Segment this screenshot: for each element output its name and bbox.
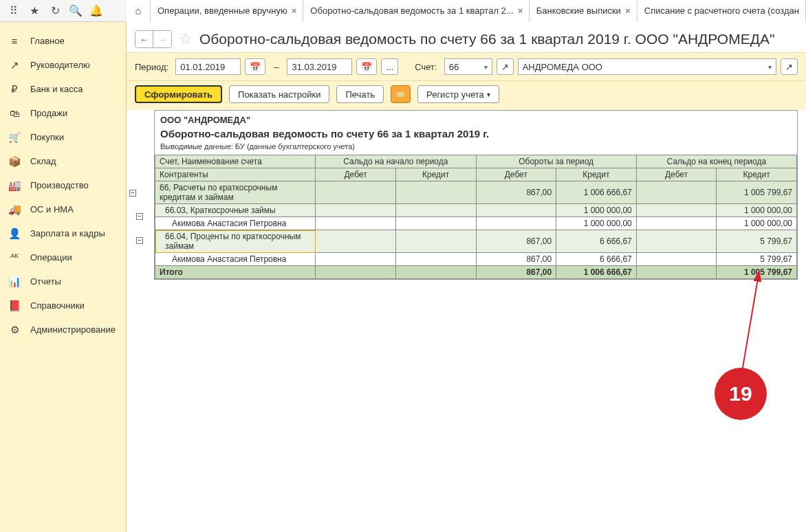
- cell-value: 5 799,67: [717, 230, 797, 253]
- table-row[interactable]: Акимова Анастасия Петровна1 000 000,001 …: [155, 217, 797, 230]
- cell-value: 867,00: [476, 230, 556, 253]
- apps-icon[interactable]: ⠿: [4, 1, 23, 21]
- close-icon[interactable]: ×: [292, 5, 297, 16]
- tab[interactable]: Банковские выписки×: [529, 0, 638, 22]
- sidebar-label: Производство: [30, 180, 89, 190]
- cell-name: 66.04, Проценты по краткосрочным займам: [155, 230, 316, 253]
- cell-name: 66.03, Краткосрочные займы: [155, 204, 316, 217]
- table-row[interactable]: 66.04, Проценты по краткосрочным займам8…: [155, 230, 797, 253]
- bell-icon[interactable]: 🔔: [87, 1, 106, 21]
- generate-button[interactable]: Сформировать: [135, 85, 222, 103]
- sidebar-icon: ᴬᴷ: [8, 252, 21, 264]
- sidebar-item[interactable]: ≡Главное: [0, 29, 126, 53]
- tab-label: Списание с расчетного счета (создан: [644, 5, 799, 16]
- table-row[interactable]: 66.03, Краткосрочные займы1 000 000,001 …: [155, 204, 797, 217]
- action-bar: Сформировать Показать настройки Печать ✉…: [127, 81, 806, 110]
- register-button[interactable]: Регистр учета▾: [417, 85, 499, 103]
- cell-value: [316, 253, 396, 266]
- sidebar-label: Главное: [30, 36, 65, 46]
- tabs: ⌂Операции, введенные вручную×Оборотно-са…: [127, 0, 806, 22]
- sidebar-label: Зарплата и кадры: [30, 228, 105, 239]
- tree-toggle[interactable]: −: [136, 237, 143, 244]
- cell-value: [395, 181, 476, 204]
- period-to-input[interactable]: 31.03.2019: [287, 58, 352, 75]
- sidebar-item[interactable]: 📕Справочники: [0, 293, 126, 318]
- cell-value: 1 000 000,00: [556, 217, 637, 230]
- sidebar-label: Администрирование: [30, 324, 116, 335]
- tab-label: Оборотно-сальдовая ведомость за 1 кварта…: [310, 5, 513, 16]
- sidebar-item[interactable]: 📊Отчеты: [0, 269, 126, 293]
- show-settings-button[interactable]: Показать настройки: [229, 85, 329, 103]
- period-to-calendar-button[interactable]: 📅: [356, 58, 377, 75]
- tab[interactable]: Списание с расчетного счета (создан: [637, 0, 806, 22]
- sidebar-item[interactable]: ₽Банк и касса: [0, 77, 126, 101]
- favorite-star-icon[interactable]: ☆: [179, 30, 193, 48]
- cell-value: [316, 181, 396, 204]
- cell-value: 1 006 666,67: [556, 181, 637, 204]
- org-input[interactable]: АНДРОМЕДА ООО ▾: [518, 58, 776, 75]
- nav-forward-button[interactable]: →: [153, 31, 171, 47]
- page-header: ← → ☆ Оборотно-сальдовая ведомость по сч…: [127, 22, 806, 52]
- content: ← → ☆ Оборотно-сальдовая ведомость по сч…: [127, 22, 806, 532]
- home-icon: ⌂: [135, 5, 141, 16]
- cell-value: 1 005 799,67: [717, 181, 797, 204]
- table-row[interactable]: 66, Расчеты по краткосрочным кредитам и …: [155, 181, 797, 204]
- period-from-input[interactable]: 01.01.2019: [175, 58, 241, 75]
- sidebar-icon: 🚚: [8, 203, 21, 216]
- sidebar-item[interactable]: 🛒Покупки: [0, 125, 126, 149]
- tab[interactable]: Оборотно-сальдовая ведомость за 1 кварта…: [303, 0, 529, 22]
- chevron-down-icon: ▾: [484, 63, 488, 71]
- cell-value: [395, 204, 476, 217]
- sidebar-item[interactable]: 🛍Продажи: [0, 101, 126, 125]
- cell-value: 6 666,67: [556, 230, 637, 253]
- sidebar-icon: 📦: [8, 155, 21, 168]
- sidebar-icon: 🏭: [8, 179, 21, 192]
- tab-label: Банковские выписки: [536, 5, 621, 16]
- cell-name: Итого: [155, 266, 316, 279]
- sidebar-item[interactable]: ⚙Администрирование: [0, 318, 126, 342]
- sidebar-item[interactable]: ↗Руководителю: [0, 53, 126, 77]
- cell-value: 1 000 000,00: [556, 204, 637, 217]
- annotation-badge: 19: [715, 368, 767, 420]
- account-input[interactable]: 66 ▾: [444, 58, 492, 75]
- sidebar-label: Покупки: [30, 132, 64, 142]
- sidebar-item[interactable]: 🚚ОС и НМА: [0, 197, 126, 221]
- sidebar-item[interactable]: 📦Склад: [0, 149, 126, 173]
- chevron-down-icon: ▾: [487, 91, 490, 98]
- account-open-button[interactable]: ↗: [497, 58, 514, 75]
- sidebar-icon: ⚙: [8, 324, 21, 336]
- mail-button[interactable]: ✉: [391, 85, 411, 103]
- period-from-calendar-button[interactable]: 📅: [245, 58, 265, 75]
- sidebar-icon: 📊: [8, 276, 21, 288]
- col-debit: Дебет: [316, 168, 396, 181]
- print-button[interactable]: Печать: [336, 85, 384, 103]
- tab[interactable]: Операции, введенные вручную×: [150, 0, 303, 22]
- sidebar-item[interactable]: 👤Зарплата и кадры: [0, 221, 126, 245]
- tree-toggle[interactable]: −: [136, 213, 143, 220]
- sidebar-item[interactable]: 🏭Производство: [0, 173, 126, 197]
- col-contragents: Контрагенты: [155, 168, 316, 181]
- nav-back-button[interactable]: ←: [135, 31, 153, 47]
- report-org: ООО "АНДРОМЕДА": [160, 115, 792, 125]
- cell-value: [316, 217, 396, 230]
- cell-value: [636, 217, 717, 230]
- star-icon[interactable]: ★: [25, 1, 44, 21]
- tab-home[interactable]: ⌂: [127, 0, 151, 22]
- top-icon-group: ⠿ ★ ↻ 🔍 🔔: [0, 1, 127, 21]
- history-icon[interactable]: ↻: [45, 1, 65, 21]
- tree-toggle[interactable]: −: [129, 190, 136, 197]
- sidebar-label: Продажи: [30, 108, 67, 118]
- close-icon[interactable]: ×: [518, 5, 523, 16]
- filter-bar: Период: 01.01.2019 📅 – 31.03.2019 📅 ... …: [127, 52, 806, 81]
- top-toolbar: ⠿ ★ ↻ 🔍 🔔 ⌂Операции, введенные вручную×О…: [0, 0, 806, 22]
- sidebar-icon: 📕: [8, 300, 21, 312]
- report-title: Оборотно-сальдовая ведомость по счету 66…: [160, 128, 792, 140]
- cell-value: [395, 217, 476, 230]
- table-row[interactable]: Акимова Анастасия Петровна867,006 666,67…: [155, 253, 797, 266]
- search-icon[interactable]: 🔍: [66, 1, 85, 21]
- period-select-button[interactable]: ...: [381, 58, 398, 75]
- org-open-button[interactable]: ↗: [781, 58, 798, 75]
- sidebar-icon: ≡: [8, 35, 21, 47]
- close-icon[interactable]: ×: [625, 5, 631, 16]
- sidebar-item[interactable]: ᴬᴷОперации: [0, 245, 126, 269]
